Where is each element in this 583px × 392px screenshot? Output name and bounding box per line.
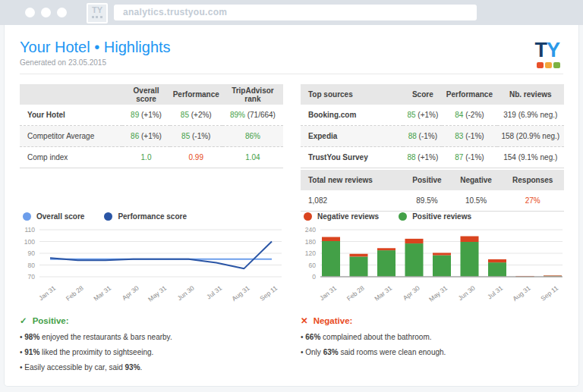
legend-item: Positive reviews [399,212,471,221]
positive-highlights: ✓Positive:• 98% enjoyed the restaurants … [20,315,283,372]
column-header: Overall score [122,84,169,105]
legend-item: Negative reviews [304,212,379,221]
window-control-icon[interactable] [25,8,35,17]
svg-text:240: 240 [305,226,316,234]
table-row: Competitor Average86 (+1%)85 (-1%)86% [20,126,283,147]
data-table: Top sourcesScorePerformanceNb. reviewsBo… [301,84,564,168]
svg-text:120: 120 [305,249,316,257]
table-cell: 85 (-1%) [170,126,222,147]
legend-label: Negative reviews [317,212,379,221]
note-item: • 91% liked the proximity to sightseeing… [20,348,283,356]
row-label: Competitor Average [20,126,122,147]
table-cell: 27% [501,190,564,212]
notes-title-label: Negative: [314,316,353,325]
svg-text:Mar 31: Mar 31 [373,284,393,303]
legend-label: Positive reviews [412,212,471,221]
svg-text:Jan 31: Jan 31 [318,284,338,303]
report-page: Your Hotel • Highlights Generated on 23.… [4,25,579,387]
table-cell: 158 (20.9% neg.) [497,126,564,147]
table-cell: 1.0 [122,147,169,168]
column-header: Score [403,84,442,105]
table-cell: 154 (9.1% neg.) [497,147,564,168]
svg-text:70: 70 [28,273,36,281]
table-cell: 85 (+1%) [403,105,442,126]
notes-status-icon: ✓ [20,316,27,325]
window-controls [25,8,67,17]
svg-text:0: 0 [312,273,316,281]
favicon-text: TY [88,5,106,16]
table-cell: 89 (+1%) [122,105,169,126]
svg-text:Apr 30: Apr 30 [402,284,421,302]
note-item: • 98% enjoyed the restaurants & bars nea… [20,333,283,341]
negative-highlights: ✕Negative:• 66% complained about the bat… [301,315,564,356]
row-label: 1,082 [301,190,403,212]
svg-text:Jan 31: Jan 31 [37,284,57,303]
table-cell: 1.04 [222,147,283,168]
column-header: Total new reviews [301,170,403,190]
note-item: • 66% complained about the bathroom. [301,333,564,341]
note-item: • Easily accessible by car, said 93%. [20,363,283,372]
header-divider [20,74,563,74]
svg-text:Aug 31: Aug 31 [230,284,251,303]
browser-chrome: TY analytics.trustyou.com [0,0,583,25]
trustyou-logo: TY [534,40,560,68]
column-header: Positive [403,170,450,190]
column-header: Performance [170,84,222,105]
data-table: Overall scorePerformanceTripAdvisor rank… [20,84,283,168]
notes-status-icon: ✕ [301,316,308,325]
table-row: 1,08289.5%10.5%27% [301,190,564,212]
svg-text:Sep 11: Sep 11 [258,284,279,303]
logo-letter-y: Y [547,39,560,61]
legend-item: Performance score [104,212,187,221]
table-row: Comp index1.00.991.04 [20,147,283,168]
reviews-stacked-bar-chart: Negative reviewsPositive reviews06012018… [301,212,564,306]
svg-text:110: 110 [24,226,35,234]
row-label: Your Hotel [20,105,122,126]
column-header: Responses [501,170,564,190]
table-cell: 89% (71/664) [222,105,283,126]
data-table: Total new reviewsPositiveNegativeRespons… [301,170,564,212]
row-label: Comp index [20,147,122,168]
table-cell: 83 (-1%) [442,126,496,147]
chart-canvas: 708090100110Jan 31Feb 28Mar 31Apr 30May … [20,225,283,303]
page-title: Your Hotel • Highlights [20,39,171,56]
table-cell: 86 (+1%) [122,126,169,147]
legend-label: Overall score [36,212,84,221]
note-item: • Only 63% said rooms were clean enough. [301,348,564,356]
window-control-icon[interactable] [41,8,51,17]
legend-dot-icon [304,212,312,221]
svg-text:Jun 30: Jun 30 [175,284,195,303]
trustyou-favicon-icon: TY [87,3,108,24]
legend-label: Performance score [118,212,187,221]
row-label: TrustYou Survey [301,147,403,168]
window-control-icon[interactable] [57,8,67,17]
svg-text:100: 100 [24,238,35,246]
svg-text:Mar 31: Mar 31 [92,284,112,303]
table-row: TrustYou Survey88 (+1%)87 (-1%)154 (9.1%… [301,147,564,168]
svg-text:60: 60 [309,262,317,269]
table-cell: 84 (-2%) [442,105,496,126]
legend-dot-icon [23,212,31,221]
table-cell: 0.99 [170,147,222,168]
row-label: Booking.com [301,105,403,126]
svg-text:Jul 31: Jul 31 [486,284,504,301]
url-bar[interactable]: analytics.trustyou.com [114,5,477,20]
notes-title: ✓Positive: [20,315,283,326]
column-header: Nb. reviews [497,84,564,105]
notes-title-label: Positive: [33,316,69,325]
logo-speech-bubbles-icon [534,62,560,68]
svg-text:80: 80 [28,262,36,269]
svg-text:180: 180 [305,238,316,246]
score-comparison-table: Overall scorePerformanceTripAdvisor rank… [20,84,283,168]
chart-legend: Negative reviewsPositive reviews [304,212,564,221]
svg-text:90: 90 [28,249,36,257]
table-row: Your Hotel89 (+1%)85 (+2%)89% (71/664) [20,105,283,126]
top-sources-table: Top sourcesScorePerformanceNb. reviewsBo… [301,84,564,168]
svg-text:Aug 31: Aug 31 [511,284,532,303]
column-header: Negative [451,170,502,190]
logo-letter-t: T [534,39,547,61]
table-cell: 89.5% [403,190,450,212]
table-row: Booking.com85 (+1%)84 (-2%)319 (6.9% neg… [301,105,564,126]
table-cell: 10.5% [451,190,502,212]
notes-title: ✕Negative: [301,315,564,326]
